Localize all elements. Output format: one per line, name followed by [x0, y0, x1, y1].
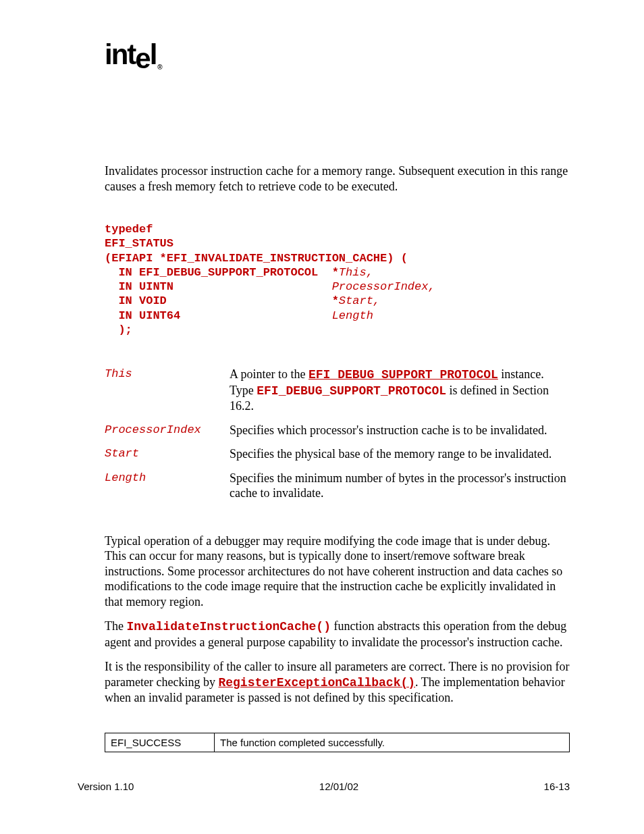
param-row: ProcessorIndex Specifies which processor… [105, 423, 570, 438]
summary-text: Invalidates processor instruction cache … [105, 163, 570, 194]
param-name: Length [105, 471, 230, 484]
code-line: ); [105, 323, 132, 336]
param-row: This A pointer to the EFI_DEBUG_SUPPORT_… [105, 367, 570, 414]
param-name: Start [105, 446, 230, 460]
table-row: EFI_SUCCESS The function completed succe… [105, 733, 570, 752]
param-row: Length Specifies the minimum number of b… [105, 471, 570, 501]
code-line: IN UINT64 [105, 309, 332, 322]
status-codes-table: EFI_SUCCESS The function completed succe… [105, 733, 570, 752]
description-paragraph: It is the responsibility of the caller t… [105, 659, 570, 706]
param-desc: A pointer to the EFI_DEBUG_SUPPORT_PROTO… [230, 367, 570, 414]
code-line: IN VOID * [105, 294, 339, 307]
code-line: typedef [105, 223, 153, 236]
protocol-code: EFI_DEBUG_SUPPORT_PROTOCOL [257, 384, 446, 398]
prototype-block: typedef EFI_STATUS (EFIAPI *EFI_INVALIDA… [105, 222, 570, 337]
footer-version: Version 1.10 [78, 781, 134, 792]
description-section: Typical operation of a debugger may requ… [105, 533, 570, 706]
description-paragraph: The InvalidateInstructionCache() functio… [105, 619, 570, 650]
desc-text: The [105, 619, 126, 633]
protocol-link[interactable]: EFI_DEBUG_SUPPORT_PROTOCOL [308, 368, 498, 382]
status-code: EFI_SUCCESS [105, 733, 215, 752]
param-desc: Specifies the minimum number of bytes in… [230, 471, 570, 501]
page-footer: Version 1.10 12/01/02 16-13 [78, 781, 570, 792]
code-param: This, [339, 266, 373, 279]
param-desc-text: A pointer to the [230, 367, 308, 381]
status-desc: The function completed successfully. [215, 733, 570, 752]
param-name: This [105, 367, 230, 380]
footer-date: 12/01/02 [319, 781, 358, 792]
parameters-section: This A pointer to the EFI_DEBUG_SUPPORT_… [105, 367, 570, 501]
code-param: Start, [339, 294, 380, 307]
param-row: Start Specifies the physical base of the… [105, 446, 570, 462]
intel-logo: intel® [105, 41, 570, 69]
code-param: Length [332, 309, 373, 322]
param-desc: Specifies which processor's instruction … [230, 423, 570, 438]
code-param: ProcessorIndex, [332, 280, 435, 293]
param-desc: Specifies the physical base of the memor… [230, 446, 570, 462]
code-line: (EFIAPI *EFI_INVALIDATE_INSTRUCTION_CACH… [105, 252, 408, 265]
footer-page: 16-13 [544, 781, 570, 792]
param-name: ProcessorIndex [105, 423, 230, 436]
description-paragraph: Typical operation of a debugger may requ… [105, 533, 570, 610]
function-name: InvalidateInstructionCache() [126, 620, 330, 633]
function-link[interactable]: RegisterExceptionCallback() [218, 676, 415, 689]
code-line: EFI_STATUS [105, 237, 173, 250]
code-line: IN UINTN [105, 280, 332, 293]
code-line: IN EFI_DEBUG_SUPPORT_PROTOCOL * [105, 266, 339, 279]
